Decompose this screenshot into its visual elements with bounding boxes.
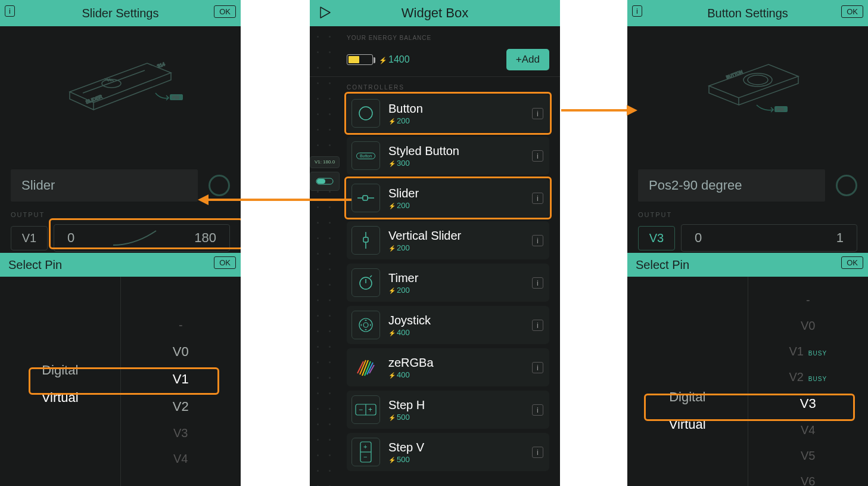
background-dots (317, 36, 341, 486)
widget-timer[interactable]: Timer200 i (347, 264, 549, 302)
widget-name: Styled Button (388, 144, 532, 157)
info-button[interactable]: i (5, 5, 15, 17)
pin-selector[interactable]: V1 (11, 226, 48, 250)
pin-value-v3[interactable]: V3 (121, 420, 241, 446)
widget-name: Button (388, 102, 532, 115)
pin-type-digital[interactable]: Digital (627, 383, 748, 411)
widget-name: Slider (388, 187, 532, 200)
widget-box-panel: Widget Box YOUR ENERGY BALANCE 1400 +Add… (310, 0, 560, 486)
svg-point-12 (363, 323, 368, 327)
pin-type-virtual[interactable]: Virtual (0, 384, 120, 411)
pin-value-v4[interactable]: V4 (121, 446, 241, 472)
pin-value-v3[interactable]: V3 (748, 390, 869, 417)
button-icon (351, 99, 380, 128)
slider-illustration: SLIDER 314 PIN (0, 26, 241, 140)
energy-label: YOUR ENERGY BALANCE (347, 35, 431, 41)
info-button[interactable]: i (532, 235, 543, 246)
pin-value-v1[interactable]: V1BUSY (748, 339, 869, 364)
select-pin-header: Select Pin OK (0, 253, 241, 277)
widget-name: Step V (388, 441, 532, 454)
color-indicator[interactable] (209, 175, 230, 196)
button-illustration: BUTTON PIN (627, 26, 868, 140)
pin-value-dash[interactable]: - (121, 312, 241, 338)
range-max: 1 (836, 230, 844, 246)
canvas-slider-chip[interactable]: V1: 180.0 (310, 156, 340, 168)
info-button[interactable]: i (532, 362, 543, 373)
select-pin-header: Select Pin OK (627, 253, 868, 277)
widget-name: Joystick (388, 314, 532, 327)
svg-rect-9 (363, 237, 368, 242)
widget-cost: 400 (388, 370, 532, 379)
play-icon[interactable] (318, 6, 331, 19)
widget-vertical-slider[interactable]: Vertical Slider200 i (347, 221, 549, 259)
svg-text:314: 314 (157, 61, 166, 69)
pin-type-virtual[interactable]: Virtual (627, 411, 748, 438)
pin-value-v0[interactable]: V0 (121, 338, 241, 366)
slider-iso-icon: SLIDER 314 PIN (46, 50, 195, 134)
info-button[interactable]: i (532, 150, 543, 162)
widget-name: Vertical Slider (388, 229, 532, 242)
svg-point-0 (102, 79, 121, 88)
select-pin-title: Select Pin (636, 258, 689, 272)
widget-styled-button[interactable]: Button Styled Button300 i (347, 137, 549, 175)
busy-tag: BUSY (808, 376, 827, 382)
canvas-slider-widget[interactable] (310, 172, 340, 191)
styled-button-icon: Button (351, 141, 380, 170)
widget-name-input[interactable] (638, 169, 825, 202)
pin-value-v2[interactable]: V2 (121, 393, 241, 420)
widget-step-v[interactable]: +− Step V500 i (347, 433, 549, 471)
step-h-icon: −+ (351, 395, 380, 424)
name-input-row (627, 169, 868, 202)
slider-settings-panel: i Slider Settings OK SLIDER 314 PIN (0, 0, 241, 486)
svg-rect-22 (317, 179, 325, 184)
pin-value-v0[interactable]: V0 (748, 313, 869, 339)
pin-value-v4[interactable]: V4 (748, 417, 869, 443)
pin-value-v2[interactable]: V2BUSY (748, 364, 869, 390)
pin-type-digital[interactable]: Digital (0, 357, 120, 384)
output-row: V1 0 180 (0, 221, 241, 252)
widget-cost: 200 (388, 286, 532, 295)
canvas-peek: V1: 180.0 (310, 156, 340, 191)
ok-button[interactable]: OK (841, 5, 863, 18)
widget-joystick[interactable]: Joystick400 i (347, 306, 549, 344)
color-indicator[interactable] (836, 175, 857, 196)
info-button[interactable]: i (532, 320, 543, 331)
widget-button[interactable]: Button200 i (347, 94, 549, 132)
widget-zergba[interactable]: zeRGBa400 i (347, 348, 549, 386)
busy-tag: BUSY (808, 350, 827, 357)
info-button[interactable]: i (532, 193, 543, 204)
info-button[interactable]: i (532, 447, 543, 458)
button-settings-panel: i Button Settings OK BUTTON PIN OUTPUT V… (627, 0, 868, 486)
pin-picker: Digital Virtual - V0 V1BUSY V2BUSY V3 V4… (627, 277, 868, 486)
info-button[interactable]: i (532, 108, 543, 119)
widget-name-input[interactable] (11, 169, 198, 202)
add-button[interactable]: +Add (506, 49, 549, 70)
pin-value-v6[interactable]: V6 (748, 469, 869, 486)
range-selector[interactable]: 0 1 (681, 224, 857, 252)
pin-selector[interactable]: V3 (638, 226, 675, 250)
info-button[interactable]: i (632, 5, 642, 17)
range-max: 180 (194, 230, 216, 246)
select-pin-ok-button[interactable]: OK (841, 256, 863, 269)
slider-icon (351, 184, 380, 212)
svg-text:+: + (363, 443, 367, 450)
widget-step-h[interactable]: −+ Step H500 i (347, 391, 549, 429)
pin-value-v5[interactable]: V5 (748, 443, 869, 469)
energy-value: 1400 (379, 54, 410, 65)
range-selector[interactable]: 0 180 (54, 224, 230, 252)
energy-row: 1400 +Add (310, 43, 560, 77)
select-pin-title: Select Pin (8, 258, 62, 272)
ok-button[interactable]: OK (214, 5, 236, 18)
info-button[interactable]: i (532, 277, 543, 289)
curve-icon (111, 228, 158, 247)
info-button[interactable]: i (532, 404, 543, 416)
widget-slider[interactable]: Slider200 i (347, 179, 549, 217)
range-min: 0 (67, 230, 74, 246)
select-pin-ok-button[interactable]: OK (214, 256, 236, 269)
controllers-label: CONTROLLERS (310, 77, 560, 94)
pin-value-dash[interactable]: - (748, 287, 869, 313)
pin-value-v1[interactable]: V1 (121, 366, 241, 393)
svg-point-24 (748, 75, 768, 85)
button-settings-header: i Button Settings OK (627, 0, 868, 26)
output-row: V3 0 1 (627, 221, 868, 252)
